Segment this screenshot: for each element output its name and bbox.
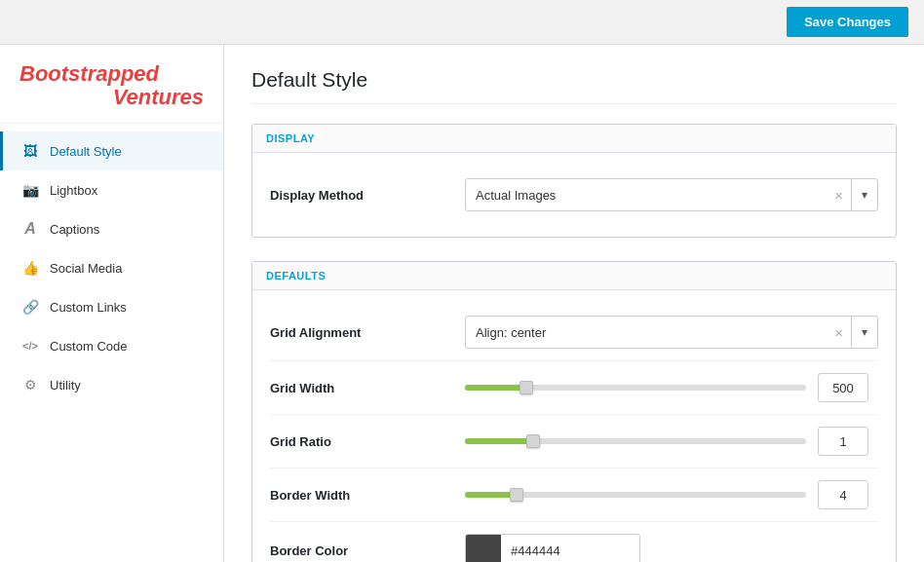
display-section-header: DISPLAY <box>252 125 896 153</box>
sidebar-item-label: Lightbox <box>50 183 97 198</box>
grid-alignment-value: Align: center <box>466 325 827 340</box>
defaults-section: DEFAULTS Grid Alignment Align: center × … <box>251 261 897 562</box>
display-method-select[interactable]: Actual Images × ▾ <box>465 178 878 211</box>
grid-ratio-row: Grid Ratio 1 <box>270 415 878 468</box>
grid-width-label: Grid Width <box>270 381 465 395</box>
defaults-section-body: Grid Alignment Align: center × ▾ Grid Wi… <box>252 290 896 562</box>
sidebar-item-lightbox[interactable]: 📷 Lightbox <box>0 170 223 209</box>
logo-ventures: Ventures <box>19 86 204 109</box>
sidebar-item-label: Default Style <box>50 144 122 159</box>
grid-alignment-label: Grid Alignment <box>270 325 465 340</box>
logo-bootstrapped: Bootstrapped <box>19 61 159 86</box>
grid-width-slider-row: 500 <box>465 373 878 402</box>
grid-ratio-control: 1 <box>465 427 878 456</box>
grid-width-track[interactable] <box>465 385 806 391</box>
display-method-arrow-icon[interactable]: ▾ <box>851 179 877 210</box>
border-width-label: Border Width <box>270 488 465 503</box>
grid-width-row: Grid Width 500 <box>270 361 878 415</box>
default-style-icon: 🖼 <box>20 141 40 161</box>
sidebar-item-custom-code[interactable]: </> Custom Code <box>0 326 223 365</box>
sidebar-item-label: Custom Links <box>50 300 127 315</box>
grid-width-fill <box>465 385 526 391</box>
captions-icon: A <box>20 219 40 239</box>
border-color-picker[interactable]: #444444 <box>465 534 640 562</box>
grid-width-control: 500 <box>465 373 878 402</box>
border-color-swatch[interactable] <box>466 535 501 562</box>
display-method-value: Actual Images <box>466 188 827 203</box>
border-color-control: #444444 <box>465 534 878 562</box>
display-method-control: Actual Images × ▾ <box>465 178 878 211</box>
sidebar-nav: 🖼 Default Style 📷 Lightbox A Captions 👍 … <box>0 124 223 412</box>
custom-links-icon: 🔗 <box>20 297 40 317</box>
sidebar-item-utility[interactable]: ⚙ Utility <box>0 365 223 404</box>
sidebar-item-captions[interactable]: A Captions <box>0 209 223 248</box>
display-section: DISPLAY Display Method Actual Images × ▾ <box>251 124 897 238</box>
border-width-control: 4 <box>465 480 878 509</box>
top-bar: Save Changes <box>0 0 924 45</box>
display-method-clear-icon[interactable]: × <box>827 188 851 203</box>
grid-alignment-select[interactable]: Align: center × ▾ <box>465 316 878 349</box>
grid-alignment-control: Align: center × ▾ <box>465 316 878 349</box>
border-width-track[interactable] <box>465 492 806 498</box>
border-color-label: Border Color <box>270 543 465 558</box>
grid-ratio-track[interactable] <box>465 438 806 444</box>
main-layout: Bootstrapped Ventures 🖼 Default Style 📷 … <box>0 45 924 562</box>
display-section-body: Display Method Actual Images × ▾ <box>252 153 896 237</box>
grid-width-value[interactable]: 500 <box>818 373 868 402</box>
defaults-section-header: DEFAULTS <box>252 262 896 290</box>
sidebar-item-label: Custom Code <box>50 339 127 354</box>
sidebar: Bootstrapped Ventures 🖼 Default Style 📷 … <box>0 45 224 562</box>
custom-code-icon: </> <box>20 336 40 356</box>
grid-alignment-clear-icon[interactable]: × <box>827 325 851 340</box>
social-media-icon: 👍 <box>20 258 40 278</box>
display-method-label: Display Method <box>270 188 465 203</box>
save-changes-button[interactable]: Save Changes <box>787 7 908 37</box>
grid-alignment-row: Grid Alignment Align: center × ▾ <box>270 304 878 361</box>
grid-ratio-label: Grid Ratio <box>270 434 465 449</box>
sidebar-item-default-style[interactable]: 🖼 Default Style <box>0 131 223 170</box>
border-width-row: Border Width 4 <box>270 468 878 522</box>
content-area: Default Style DISPLAY Display Method Act… <box>224 45 924 562</box>
sidebar-item-social-media[interactable]: 👍 Social Media <box>0 248 223 287</box>
grid-ratio-slider-row: 1 <box>465 427 878 456</box>
display-method-row: Display Method Actual Images × ▾ <box>270 167 878 223</box>
grid-ratio-thumb[interactable] <box>526 434 540 448</box>
sidebar-item-custom-links[interactable]: 🔗 Custom Links <box>0 287 223 326</box>
border-width-value[interactable]: 4 <box>818 480 868 509</box>
grid-ratio-value[interactable]: 1 <box>818 427 868 456</box>
sidebar-logo: Bootstrapped Ventures <box>0 45 223 124</box>
sidebar-item-label: Utility <box>50 378 81 393</box>
utility-icon: ⚙ <box>20 375 40 394</box>
grid-width-thumb[interactable] <box>520 381 533 394</box>
border-color-row: Border Color #444444 <box>270 522 878 562</box>
grid-ratio-fill <box>465 438 533 444</box>
sidebar-item-label: Captions <box>50 222 99 237</box>
lightbox-icon: 📷 <box>20 180 40 200</box>
grid-alignment-arrow-icon[interactable]: ▾ <box>851 317 877 348</box>
border-width-slider-row: 4 <box>465 480 878 509</box>
sidebar-item-label: Social Media <box>50 261 122 276</box>
border-width-thumb[interactable] <box>510 488 523 502</box>
border-color-value: #444444 <box>501 543 570 558</box>
page-title: Default Style <box>251 68 897 104</box>
